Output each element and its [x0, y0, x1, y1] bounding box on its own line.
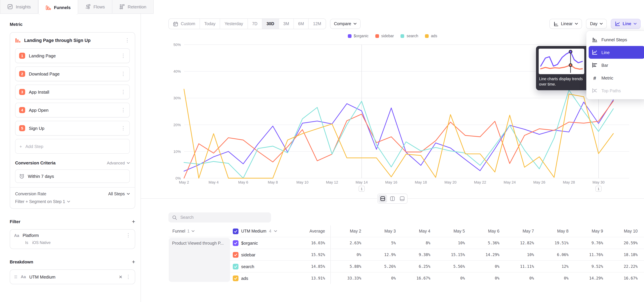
funnel-name-cell[interactable]: Product Viewed through P...: [169, 238, 230, 282]
layout-split-horizontal-button[interactable]: [378, 194, 387, 203]
series-checkbox-checked[interactable]: [233, 252, 238, 258]
cell-value: 8%: [400, 240, 434, 245]
step-label: App Open: [29, 108, 117, 112]
funnel-kebab-menu[interactable]: ⋮: [125, 38, 130, 43]
step-kebab-menu[interactable]: ⋮: [121, 90, 126, 94]
filter-platform-card[interactable]: Aa Platform ⋮ Is iOS Native: [10, 229, 135, 249]
menu-item-bar[interactable]: Bar: [589, 59, 644, 72]
date-column-header[interactable]: May 9: [572, 229, 607, 234]
breakdown-utm-card[interactable]: ☰ Aa UTM Medium ✕ ⋮: [10, 270, 135, 284]
conversion-window-button[interactable]: Within 7 days: [15, 170, 130, 183]
scale-button[interactable]: Linear: [550, 19, 582, 29]
range-custom[interactable]: Custom: [169, 19, 200, 29]
date-column-header[interactable]: May 2: [331, 229, 365, 234]
svg-text:1: 1: [598, 187, 600, 191]
step-number-badge: 5: [19, 125, 25, 131]
chevron-down-icon: [600, 23, 603, 25]
funnel-step-3[interactable]: 3 App Install ⋮: [15, 84, 130, 99]
breakdown-column-header[interactable]: UTM Medium 4: [233, 228, 288, 234]
step-label: App Install: [29, 90, 117, 94]
chevron-down-icon: [192, 230, 194, 232]
menu-item-line[interactable]: Line: [589, 46, 644, 59]
average-column-header[interactable]: Average: [288, 229, 330, 234]
series-checkbox-checked[interactable]: [233, 240, 238, 246]
tooltip-caption: Line charts display trends over time.: [539, 76, 590, 87]
all-steps-dropdown[interactable]: All Steps: [108, 192, 130, 196]
cell-value: 33.33%: [331, 276, 365, 280]
cell-value: 22.22%: [607, 264, 642, 269]
range-30d[interactable]: 30D: [262, 19, 279, 29]
filter-operator[interactable]: Is: [25, 240, 28, 244]
legend-item[interactable]: $organic: [348, 34, 368, 38]
add-breakdown-button[interactable]: +: [132, 259, 135, 265]
report-tabbar: Insights Funnels Flows Retention: [0, 0, 154, 14]
string-property-icon: Aa: [14, 233, 19, 238]
funnel-column-header[interactable]: Funnel 1: [169, 229, 233, 234]
svg-text:May 18: May 18: [415, 180, 427, 184]
breakdown-search[interactable]: [168, 212, 271, 222]
search-input[interactable]: [180, 215, 267, 220]
legend-item[interactable]: search: [401, 34, 418, 38]
table-body: Product Viewed through P... $organic16.0…: [169, 237, 644, 284]
layout-bottom-panel-button[interactable]: [398, 194, 406, 203]
menu-item-metric[interactable]: # Metric: [589, 72, 644, 84]
range-7d[interactable]: 7D: [248, 19, 262, 29]
range-3m[interactable]: 3M: [279, 19, 294, 29]
breakdown-kebab-menu[interactable]: ⋮: [126, 274, 131, 279]
funnel-step-1[interactable]: 1 Landing Page ⋮: [15, 48, 130, 63]
step-kebab-menu[interactable]: ⋮: [121, 126, 126, 131]
cell-value: 5.26%: [365, 264, 400, 269]
funnel-step-5[interactable]: 5 Sign Up ⋮: [15, 121, 130, 136]
remove-breakdown-icon[interactable]: ✕: [119, 274, 122, 279]
drag-handle-icon[interactable]: ☰: [14, 275, 18, 279]
funnel-step-2[interactable]: 2 Download Page ⋮: [15, 66, 130, 81]
menu-item-funnel-steps[interactable]: Funnel Steps: [589, 33, 644, 46]
legend-item[interactable]: sidebar: [375, 34, 394, 38]
compare-button[interactable]: Compare: [330, 19, 360, 29]
date-column-header[interactable]: May 6: [469, 229, 504, 234]
tab-flows[interactable]: Flows: [78, 0, 112, 14]
funnels-icon: [46, 5, 51, 10]
add-step-button[interactable]: + Add Step: [15, 139, 130, 154]
menu-item-top-paths[interactable]: Top Paths: [589, 84, 644, 97]
cell-value: 0%: [434, 276, 469, 280]
advanced-dropdown[interactable]: Advanced: [107, 160, 130, 165]
step-kebab-menu[interactable]: ⋮: [121, 71, 126, 76]
series-checkbox-checked[interactable]: [233, 275, 238, 281]
legend-item[interactable]: ads: [425, 34, 437, 38]
step-label: Sign Up: [29, 126, 117, 131]
filter-kebab-menu[interactable]: ⋮: [126, 233, 131, 238]
range-6m[interactable]: 6M: [294, 19, 309, 29]
funnel-step-4[interactable]: 4 App Open ⋮: [15, 103, 130, 118]
filter-segment-dropdown[interactable]: Filter + Segment on Step 1: [15, 199, 130, 204]
filter-value[interactable]: iOS Native: [32, 240, 51, 244]
date-column-header[interactable]: May 5: [434, 229, 469, 234]
range-yesterday[interactable]: Yesterday: [220, 19, 248, 29]
date-column-header[interactable]: May 10: [607, 229, 642, 234]
range-12m[interactable]: 12M: [309, 19, 326, 29]
step-kebab-menu[interactable]: ⋮: [121, 108, 126, 112]
tab-funnels[interactable]: Funnels: [38, 0, 78, 15]
date-column-header[interactable]: May 4: [400, 229, 434, 234]
granularity-button[interactable]: Day: [586, 19, 607, 29]
cell-value: 10%: [434, 240, 469, 245]
svg-text:May 8: May 8: [268, 180, 278, 184]
chart-type-button[interactable]: Line: [611, 19, 641, 29]
svg-text:May 16: May 16: [385, 180, 397, 184]
funnel-name: Landing Page through Sign Up: [24, 38, 122, 43]
step-kebab-menu[interactable]: ⋮: [121, 53, 126, 58]
chart-type-menu: Funnel Steps Line Bar # Metric Top Paths: [586, 31, 644, 99]
breakdown-table: Funnel 1 UTM Medium 4 Average May 2May 3…: [169, 226, 644, 284]
add-filter-button[interactable]: +: [132, 219, 135, 224]
checkbox-checked[interactable]: [233, 228, 238, 234]
tab-retention[interactable]: Retention: [112, 0, 154, 14]
tab-label: Funnels: [54, 5, 71, 10]
layout-split-vertical-button[interactable]: [388, 194, 397, 203]
svg-text:40%: 40%: [174, 69, 181, 74]
tab-insights[interactable]: Insights: [0, 0, 38, 14]
range-today[interactable]: Today: [200, 19, 220, 29]
date-column-header[interactable]: May 8: [538, 229, 572, 234]
date-column-header[interactable]: May 3: [365, 229, 400, 234]
series-checkbox-checked[interactable]: [233, 264, 238, 269]
date-column-header[interactable]: May 7: [504, 229, 538, 234]
